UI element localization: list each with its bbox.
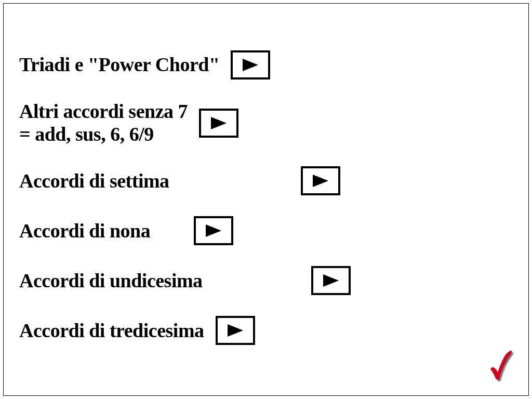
- confirm-button[interactable]: [488, 349, 517, 386]
- svg-marker-0: [243, 59, 258, 71]
- play-triadi[interactable]: [231, 50, 270, 79]
- svg-marker-3: [206, 224, 221, 237]
- play-icon: [242, 58, 259, 72]
- label-nona: Accordi di nona: [19, 220, 150, 243]
- play-icon: [205, 223, 222, 238]
- label-settima: Accordi di settima: [19, 170, 289, 193]
- row-undicesima: Accordi di undicesima: [19, 266, 435, 295]
- svg-marker-2: [313, 175, 328, 187]
- play-icon: [210, 116, 228, 130]
- label-altri-accordi: Altri accordi senza 7= add, sus, 6, 6/9: [19, 100, 188, 145]
- play-icon: [312, 174, 329, 188]
- row-nona: Accordi di nona: [19, 216, 435, 245]
- label-tredicesima: Accordi di tredicesima: [19, 320, 204, 342]
- label-triadi: Triadi e "Power Chord": [19, 54, 219, 76]
- row-altri-accordi: Altri accordi senza 7= add, sus, 6, 6/9: [19, 100, 435, 145]
- play-altri-accordi-senza-7[interactable]: [199, 109, 238, 138]
- play-icon: [227, 323, 244, 338]
- svg-marker-1: [211, 117, 227, 129]
- play-accordi-settima[interactable]: [301, 166, 340, 195]
- play-accordi-tredicesima[interactable]: [216, 316, 255, 345]
- label-undicesima: Accordi di undicesima: [19, 270, 300, 292]
- svg-marker-4: [323, 274, 339, 287]
- svg-marker-5: [228, 324, 243, 337]
- row-settima: Accordi di settima: [19, 166, 435, 195]
- row-tredicesima: Accordi di tredicesima: [19, 316, 435, 345]
- play-icon: [322, 273, 340, 288]
- check-icon: [488, 349, 513, 381]
- slide-frame: Triadi e "Power Chord" Altri accordi sen…: [3, 3, 529, 396]
- chord-topic-list: Triadi e "Power Chord" Altri accordi sen…: [19, 50, 435, 366]
- row-triadi: Triadi e "Power Chord": [19, 50, 435, 79]
- play-accordi-undicesima[interactable]: [311, 266, 351, 295]
- play-accordi-nona[interactable]: [194, 216, 233, 245]
